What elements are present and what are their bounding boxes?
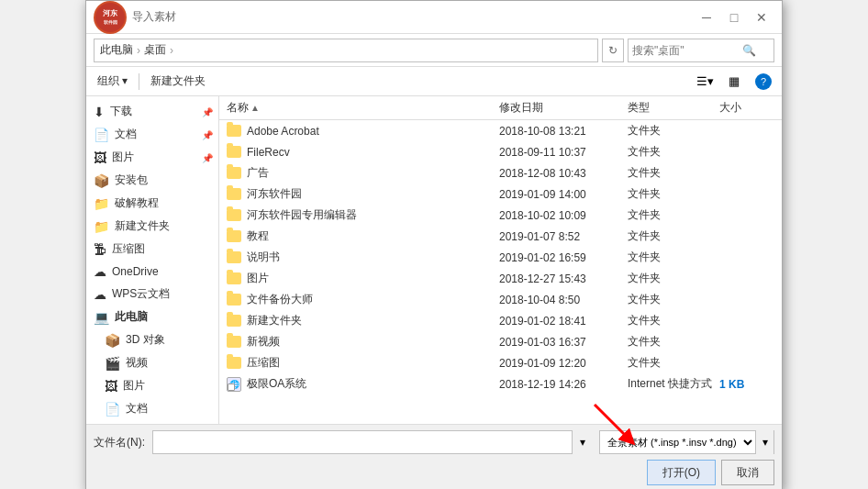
table-row[interactable]: Adobe Acrobat 2018-10-08 13:21 文件夹 xyxy=(219,120,782,141)
breadcrumb-desktop: 桌面 xyxy=(144,42,166,58)
file-type-cell: 文件夹 xyxy=(628,334,719,350)
file-date-cell: 2018-12-19 14:26 xyxy=(499,378,628,391)
details-icon: ▦ xyxy=(729,74,740,88)
view-toggle-button[interactable]: ☰▾ xyxy=(694,71,716,93)
table-row[interactable]: 图片 2018-12-27 15:43 文件夹 xyxy=(219,268,782,289)
sidebar-item-videos[interactable]: 🎬 视频 xyxy=(86,351,218,374)
sidebar-item-documents2[interactable]: 📄 文档 xyxy=(86,397,218,420)
file-name-cell: 广告 xyxy=(227,165,499,181)
table-row[interactable]: 新建文件夹 2019-01-02 18:41 文件夹 xyxy=(219,310,782,331)
table-row[interactable]: 河东软件园 2019-01-09 14:00 文件夹 xyxy=(219,183,782,205)
table-row[interactable]: 教程 2019-01-07 8:52 文件夹 xyxy=(219,226,782,247)
col-type-header[interactable]: 类型 xyxy=(628,100,719,116)
col-date-header[interactable]: 修改日期 xyxy=(499,100,628,116)
toolbar: 组织 ▾ 新建文件夹 ☰▾ ▦ ? xyxy=(86,67,782,96)
search-box[interactable]: 🔍 xyxy=(628,39,774,62)
sidebar-item-label: WPS云文档 xyxy=(112,286,170,302)
sidebar-item-pictures2[interactable]: 🖼 图片 xyxy=(86,374,218,397)
folder-icon xyxy=(227,294,241,306)
file-date-cell: 2019-01-09 14:00 xyxy=(499,188,628,201)
file-date-cell: 2018-10-04 8:50 xyxy=(499,294,628,306)
sidebar-item-this-pc[interactable]: 💻 此电脑 xyxy=(86,306,218,328)
filename-input[interactable] xyxy=(152,430,592,454)
sidebar-item-3d[interactable]: 📦 3D 对象 xyxy=(86,328,218,351)
file-name-cell: 说明书 xyxy=(227,250,499,265)
table-row[interactable]: 文件备份大师 2018-10-04 8:50 文件夹 xyxy=(219,289,782,310)
folder-icon xyxy=(227,315,241,327)
table-row[interactable]: 🌐 极限OA系统 2018-12-19 14:26 Internet 快捷方式 … xyxy=(219,373,782,395)
documents2-icon: 📄 xyxy=(105,402,120,417)
table-row[interactable]: 河东软件园专用编辑器 2018-10-02 10:09 文件夹 xyxy=(219,205,782,226)
help-button[interactable]: ? xyxy=(752,71,774,93)
install-icon: 📦 xyxy=(94,173,109,188)
sidebar-item-downloads[interactable]: ⬇ 下载 📌 xyxy=(86,100,218,123)
col-name-label: 名称 xyxy=(227,100,249,116)
sidebar-item-documents[interactable]: 📄 文档 📌 xyxy=(86,123,218,146)
sidebar-item-crack-tutorial[interactable]: 📁 破解教程 xyxy=(86,192,218,215)
sidebar-item-pictures[interactable]: 🖼 图片 📌 xyxy=(86,146,218,169)
folder-icon xyxy=(227,146,241,158)
documents-icon: 📄 xyxy=(94,128,109,142)
maximize-button[interactable]: □ xyxy=(721,6,747,28)
search-input[interactable] xyxy=(632,44,742,57)
table-row[interactable]: 广告 2018-12-08 10:43 文件夹 xyxy=(219,162,782,183)
file-name-text: 压缩图 xyxy=(247,355,280,371)
svg-text:软件园: 软件园 xyxy=(103,19,117,25)
filetype-select[interactable]: 全景素材 (*.insp *.insv *.dng) xyxy=(600,431,755,453)
filename-input-wrapper: ▾ xyxy=(152,430,592,454)
col-name-header[interactable]: 名称 ▲ xyxy=(227,100,499,116)
col-type-label: 类型 xyxy=(628,100,650,116)
organize-button[interactable]: 组织 ▾ xyxy=(94,72,131,91)
file-name-text: 新视频 xyxy=(247,334,280,350)
sidebar-item-label: OneDrive xyxy=(112,265,159,278)
file-name-cell: Adobe Acrobat xyxy=(227,125,499,138)
cancel-button[interactable]: 取消 xyxy=(721,460,774,485)
file-type-cell: 文件夹 xyxy=(628,228,719,244)
sidebar-item-compressed[interactable]: 🗜 压缩图 xyxy=(86,238,218,261)
folder-icon xyxy=(227,230,241,242)
folder-icon xyxy=(227,209,241,221)
close-button[interactable]: ✕ xyxy=(749,6,774,28)
file-date-cell: 2019-01-07 8:52 xyxy=(499,230,628,243)
svg-text:河东: 河东 xyxy=(103,8,118,17)
file-type-cell: 文件夹 xyxy=(628,355,719,371)
sidebar-item-install[interactable]: 📦 安装包 xyxy=(86,169,218,192)
sidebar-item-new-folder[interactable]: 📁 新建文件夹 xyxy=(86,215,218,238)
thispc-icon: 💻 xyxy=(94,310,109,325)
table-row[interactable]: 说明书 2019-01-02 16:59 文件夹 xyxy=(219,247,782,268)
file-date-cell: 2019-01-02 16:59 xyxy=(499,251,628,264)
filetype-arrow[interactable]: ▾ xyxy=(755,430,773,454)
col-size-header[interactable]: 大小 xyxy=(719,100,774,116)
details-view-button[interactable]: ▦ xyxy=(723,71,745,93)
table-row[interactable]: 新视频 2019-01-03 16:37 文件夹 xyxy=(219,331,782,352)
new-folder-button[interactable]: 新建文件夹 xyxy=(147,72,209,91)
file-type-cell: 文件夹 xyxy=(628,144,719,160)
file-date-cell: 2019-01-03 16:37 xyxy=(499,336,628,349)
file-date-cell: 2018-12-27 15:43 xyxy=(499,272,628,285)
file-date-cell: 2018-10-02 10:09 xyxy=(499,209,628,222)
content-area: ⬇ 下载 📌 📄 文档 📌 🖼 图片 📌 📦 安装包 xyxy=(86,96,782,424)
file-name-text: 河东软件园专用编辑器 xyxy=(247,207,357,223)
action-row: 打开(O) 取消 xyxy=(94,460,774,485)
sidebar-item-label: 安装包 xyxy=(115,172,148,188)
breadcrumb[interactable]: 此电脑 › 桌面 › xyxy=(94,39,598,62)
table-row[interactable]: FileRecv 2018-09-11 10:37 文件夹 xyxy=(219,141,782,162)
file-date-cell: 2018-09-11 10:37 xyxy=(499,146,628,159)
table-row[interactable]: 压缩图 2019-01-09 12:20 文件夹 xyxy=(219,352,782,373)
open-button[interactable]: 打开(O) xyxy=(647,460,716,485)
sidebar-item-label: 此电脑 xyxy=(115,309,148,325)
folder-icon xyxy=(227,272,241,284)
search-icon[interactable]: 🔍 xyxy=(742,44,756,57)
filetype-select-wrap: 全景素材 (*.insp *.insv *.dng) ▾ xyxy=(599,430,774,454)
filename-dropdown-arrow[interactable]: ▾ xyxy=(572,430,592,454)
sidebar-item-wps-cloud[interactable]: ☁ WPS云文档 xyxy=(86,283,218,306)
file-date-cell: 2018-12-08 10:43 xyxy=(499,167,628,180)
column-headers: 名称 ▲ 修改日期 类型 大小 xyxy=(219,96,782,120)
refresh-button[interactable]: ↻ xyxy=(602,39,624,62)
sidebar-item-label: 图片 xyxy=(112,150,134,165)
minimize-button[interactable]: ─ xyxy=(694,6,719,28)
sidebar-item-label: 文档 xyxy=(115,127,137,142)
downloads-icon: ⬇ xyxy=(94,105,105,119)
col-date-label: 修改日期 xyxy=(499,100,543,116)
sidebar-item-onedrive[interactable]: ☁ OneDrive xyxy=(86,261,218,283)
